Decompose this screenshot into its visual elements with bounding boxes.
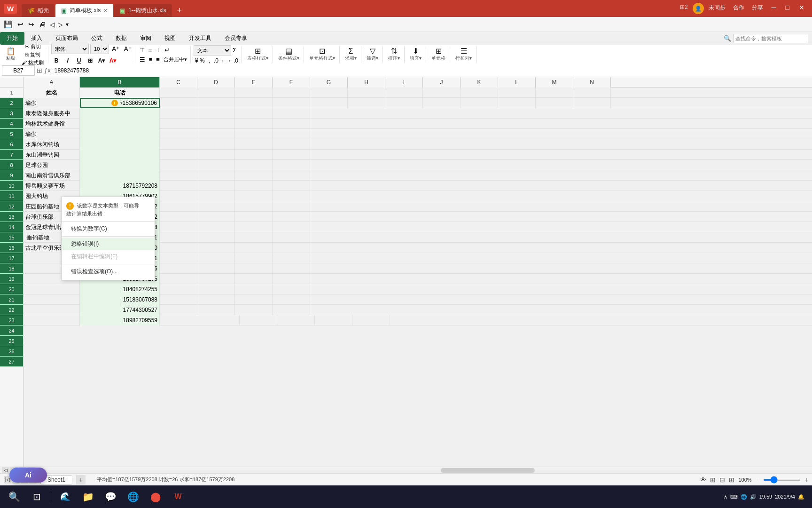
row-btn[interactable]: ☰ 行和列▾ [453, 47, 474, 62]
col-header-g[interactable]: G [310, 77, 348, 87]
cell-f18[interactable] [273, 263, 310, 274]
col-header-m[interactable]: M [536, 77, 573, 87]
cell-d9[interactable] [197, 170, 235, 181]
zoom-in-btn[interactable]: + [804, 476, 808, 484]
tab-simple-template[interactable]: ▣ 简单模板.xls ✕ [55, 4, 113, 17]
cell-k2[interactable] [461, 98, 498, 108]
cell-d7[interactable] [197, 150, 235, 160]
cell-d6[interactable] [197, 139, 235, 150]
cell-d5[interactable] [197, 129, 235, 139]
cell-f8[interactable] [273, 160, 310, 170]
view-normal-icon[interactable]: 👁 [700, 476, 706, 484]
col-header-n[interactable]: N [573, 77, 611, 87]
undo-icon[interactable]: ↩ [16, 19, 25, 30]
taskbar-taskview-btn[interactable]: ⊡ [26, 487, 47, 506]
view-grid-icon[interactable]: ⊞ [710, 476, 716, 484]
cell-e20[interactable] [235, 284, 273, 294]
cell-d1[interactable] [197, 87, 235, 98]
cell-e2[interactable] [235, 98, 273, 108]
cell-c11[interactable] [160, 191, 197, 201]
view-fullscreen-icon[interactable]: ⊞ [729, 476, 734, 484]
paste-btn[interactable]: 📋 粘贴 [4, 47, 18, 62]
cell-f14[interactable] [273, 222, 310, 232]
table-style-btn[interactable]: ⊞ 表格样式▾ [245, 47, 271, 62]
cell-f10[interactable] [273, 181, 310, 191]
cell-n1[interactable] [573, 87, 611, 98]
row-num-10[interactable]: 10 [0, 181, 23, 191]
col-header-d[interactable]: D [197, 77, 235, 87]
prev-sheet-btn[interactable]: ◁ [2, 467, 9, 474]
cell-f2[interactable] [273, 98, 310, 108]
col-header-l[interactable]: L [498, 77, 536, 87]
wrap-text-icon[interactable]: ↵ [163, 46, 171, 54]
cell-c12[interactable] [160, 201, 197, 212]
row-num-19[interactable]: 19 [0, 274, 23, 284]
cell-f6[interactable] [273, 139, 310, 150]
align-bottom-icon[interactable]: ⊥ [154, 46, 162, 54]
cell-b3[interactable] [80, 108, 160, 119]
font-decrease-icon[interactable]: A⁻ [122, 45, 133, 53]
cell-c14[interactable] [160, 222, 197, 232]
tab-layout[interactable]: 页面布局 [49, 32, 85, 45]
cell-b5[interactable] [80, 129, 160, 139]
cell-d16[interactable] [197, 243, 235, 253]
cell-f23[interactable] [352, 315, 390, 325]
cell-e17[interactable] [235, 253, 273, 263]
row-num-6[interactable]: 6 [0, 139, 23, 150]
row-num-3[interactable]: 3 [0, 108, 23, 119]
scroll-thumb[interactable] [441, 468, 535, 473]
cell-h2[interactable] [348, 98, 385, 108]
cell-a10[interactable]: 博岳顺义赛车场 [23, 181, 80, 191]
cell-d15[interactable] [197, 232, 235, 243]
cell-a2[interactable]: 瑜伽 [23, 98, 80, 108]
zoom-out-btn[interactable]: − [756, 476, 759, 484]
cell-a6[interactable]: 水库休闲钓场 [23, 139, 80, 150]
sound-icon[interactable]: 🔊 [750, 494, 757, 500]
copy-btn[interactable]: ⎘ 复制 [19, 51, 46, 58]
row-num-25[interactable]: 25 [0, 336, 23, 346]
cell-format-btn[interactable]: ⊡ 单元格样式▾ [307, 47, 337, 62]
cell-e3[interactable] [235, 108, 273, 119]
notification-icon[interactable]: 🔔 [798, 494, 804, 500]
cell-e19[interactable] [235, 274, 273, 284]
row-num-12[interactable]: 12 [0, 201, 23, 212]
row-num-9[interactable]: 9 [0, 170, 23, 181]
cell-c18[interactable] [160, 263, 197, 274]
cell-d20[interactable] [197, 284, 235, 294]
cell-d4[interactable] [197, 119, 235, 129]
cell-e10[interactable] [235, 181, 273, 191]
menu-item-ignore[interactable]: 忽略错误(I) [62, 238, 155, 250]
italic-btn[interactable]: I [62, 56, 73, 66]
cell-e5[interactable] [235, 129, 273, 139]
comma-btn[interactable]: , [207, 57, 211, 64]
formula-input[interactable] [53, 65, 810, 76]
row-num-18[interactable]: 18 [0, 263, 23, 274]
formula-icon[interactable]: ƒx [44, 67, 51, 74]
menu-item-convert[interactable]: 转换为数字(C) [62, 222, 155, 235]
cell-e11[interactable] [235, 191, 273, 201]
minimize-btn[interactable]: ─ [768, 3, 780, 14]
col-header-h[interactable]: H [348, 77, 385, 87]
cell-m1[interactable] [536, 87, 573, 98]
cell-d13[interactable] [197, 212, 235, 222]
cell-b9[interactable] [80, 170, 160, 181]
cell-b20[interactable]: 18408274255 [80, 284, 160, 294]
cell-e9[interactable] [235, 170, 273, 181]
row-num-26[interactable]: 26 [0, 346, 23, 357]
cell-e22[interactable] [235, 305, 273, 315]
cell-f13[interactable] [273, 212, 310, 222]
percent-btn[interactable]: ¥ % [194, 57, 206, 64]
cell-e14[interactable] [235, 222, 273, 232]
cell-g2[interactable] [310, 98, 348, 108]
merge-center-btn[interactable]: 合并居中▾ [162, 56, 188, 64]
font-color-btn[interactable]: A▾ [108, 56, 118, 66]
row-num-13[interactable]: 13 [0, 212, 23, 222]
cell-d19[interactable] [197, 274, 235, 284]
cut-btn[interactable]: ✂ 剪切 [19, 43, 46, 50]
cell-b1[interactable]: 电话 [80, 87, 160, 98]
cell-b7[interactable] [80, 150, 160, 160]
row-num-24[interactable]: 24 [0, 325, 23, 336]
cell-b21[interactable]: 15183067088 [80, 294, 160, 305]
row-num-14[interactable]: 14 [0, 222, 23, 232]
cell-c7[interactable] [160, 150, 197, 160]
